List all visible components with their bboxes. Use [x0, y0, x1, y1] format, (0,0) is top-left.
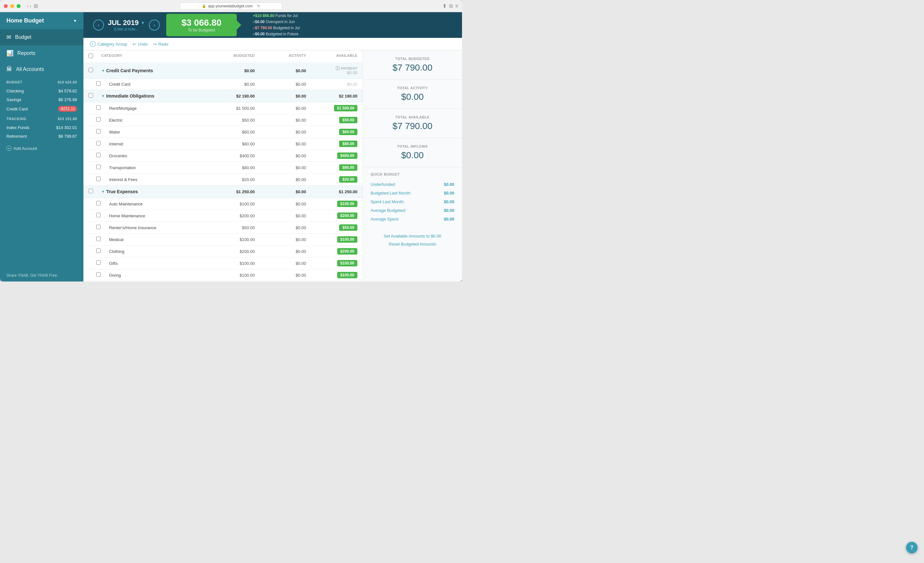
refresh-icon[interactable]: ↻: [257, 4, 260, 8]
sidebar-item-all-accounts[interactable]: 🏛 All Accounts: [0, 61, 83, 77]
cat-checkbox-water[interactable]: [96, 129, 109, 135]
url-bar[interactable]: 🔒 app.youneedabudget.com ↻: [180, 2, 282, 10]
next-month-button[interactable]: ›: [149, 20, 160, 30]
group-true-expenses[interactable]: ▼ True Expenses $1 250.00 $0.00 $1 250.0…: [83, 186, 363, 198]
cat-checkbox-medical[interactable]: [96, 237, 109, 242]
summary-overspent-jun: –$0.00 Overspent in Jun: [253, 19, 300, 25]
redo-button[interactable]: ↪ Redo: [153, 42, 168, 47]
group-immediate-obligations[interactable]: ▼ Immediate Obligations $2 190.00 $0.00 …: [83, 90, 363, 102]
account-savings[interactable]: Savings $6 276.98: [0, 95, 83, 104]
category-row-rent[interactable]: Rent/Mortgage $1 500.00 $0.00 $1 500.00: [83, 102, 363, 114]
total-activity-title: TOTAL ACTIVITY: [370, 86, 454, 90]
sidebar-header[interactable]: Home Budget ▼: [0, 12, 83, 29]
cat-checkbox-clothing[interactable]: [96, 248, 109, 254]
cat-checkbox-home-maint[interactable]: [96, 213, 109, 219]
category-row-groceries[interactable]: Groceries $400.00 $0.00 $400.00: [83, 150, 363, 162]
category-row-auto-maintenance[interactable]: Auto Maintenance $100.00 $0.00 $100.00: [83, 198, 363, 210]
close-button[interactable]: [4, 4, 8, 8]
cat-checkbox-auto[interactable]: [96, 201, 109, 207]
reset-budgeted-link[interactable]: Reset Budgeted Amounts: [389, 242, 436, 246]
cat-checkbox-electric[interactable]: [96, 117, 109, 123]
qb-budgeted-last-month[interactable]: Budgeted Last Month: $0.00: [370, 189, 454, 197]
cat-available-interest: $20.00: [339, 176, 357, 183]
sidebar-toggle-button[interactable]: ⊞: [34, 3, 38, 9]
quick-budget-title: QUICK BUDGET: [370, 173, 454, 176]
category-row-gifts[interactable]: Gifts $100.00 $0.00 $100.00: [83, 257, 363, 269]
category-row-home-maintenance[interactable]: Home Maintenance $200.00 $0.00 $200.00: [83, 210, 363, 222]
qb-average-spent[interactable]: Average Spent: $0.00: [370, 215, 454, 224]
cat-checkbox-gifts[interactable]: [96, 260, 109, 266]
cat-name-auto: Auto Maintenance: [109, 201, 203, 206]
group-checkbox-io[interactable]: [88, 93, 101, 99]
qb-budgeted-last-month-value: $0.00: [444, 191, 454, 195]
category-row-internet[interactable]: Internet $80.00 $0.00 $80.00: [83, 138, 363, 150]
account-credit-card[interactable]: Credit Card -$231.11: [0, 104, 83, 114]
summary-funds-jul: +$10 856.80 Funds for Jul: [253, 13, 300, 19]
category-row-clothing[interactable]: Clothing $200.00 $0.00 $200.00: [83, 246, 363, 257]
cat-checkbox-cc[interactable]: [96, 81, 109, 87]
sidebar-item-reports[interactable]: 📊 Reports: [0, 45, 83, 61]
minimize-button[interactable]: [10, 4, 14, 8]
sidebar-item-budget[interactable]: ✉ Budget: [0, 29, 83, 45]
category-row-transportation[interactable]: Transportation $80.00 $0.00 $80.00: [83, 162, 363, 174]
footer-text: Share YNAB. Get YNAB Free.: [6, 273, 58, 278]
cat-available-groceries: $400.00: [337, 152, 357, 159]
cat-checkbox-interest[interactable]: [96, 177, 109, 182]
cat-checkbox-rent[interactable]: [96, 105, 109, 111]
category-row-insurance[interactable]: Renter's/Home Insurance $50.00 $0.00 $50…: [83, 222, 363, 234]
account-index-funds[interactable]: Index Funds $14 302.01: [0, 123, 83, 132]
group-checkbox-te[interactable]: [88, 189, 101, 195]
forward-button[interactable]: ›: [30, 3, 32, 9]
cat-checkbox-internet[interactable]: [96, 141, 109, 147]
group-available-io: $2 190.00: [306, 94, 357, 99]
group-credit-card-payments[interactable]: ▼ Credit Card Payments $0.00 $0.00 ℹ PAY…: [83, 63, 363, 79]
category-row-electric[interactable]: Electric $50.00 $0.00 $50.00: [83, 114, 363, 126]
sidebar-footer[interactable]: Share YNAB. Get YNAB Free.: [0, 269, 83, 281]
prev-month-button[interactable]: ‹: [93, 20, 104, 30]
group-checkbox-ccp[interactable]: [88, 68, 101, 74]
category-group-button[interactable]: + Category Group: [90, 41, 128, 47]
set-available-link[interactable]: Set Available Amounts to $0.00: [384, 234, 441, 239]
group-budgeted-ccp: $0.00: [203, 68, 255, 73]
cat-checkbox-transportation[interactable]: [96, 165, 109, 170]
window-button[interactable]: ⧉: [449, 3, 453, 9]
qb-average-budgeted[interactable]: Average Budgeted: $0.00: [370, 206, 454, 215]
category-row-medical[interactable]: Medical $100.00 $0.00 $100.00: [83, 234, 363, 246]
qb-spent-last-month[interactable]: Spent Last Month: $0.00: [370, 197, 454, 206]
summary-budgeted-future: –$0.00 Budgeted in Future: [253, 31, 300, 37]
account-savings-name: Savings: [6, 97, 21, 102]
category-row-interest-fees[interactable]: Interest & Fees $20.00 $0.00 $20.00: [83, 174, 363, 186]
cat-name-clothing: Clothing: [109, 249, 203, 254]
account-checking[interactable]: Checking $4 579.82: [0, 87, 83, 95]
undo-button[interactable]: ↩ Undo: [132, 42, 148, 47]
cat-budgeted-insurance: $50.00: [203, 225, 255, 230]
group-toggle-icon-io[interactable]: ▼: [101, 94, 105, 98]
more-button[interactable]: ≡: [455, 3, 458, 9]
cat-checkbox-giving[interactable]: [96, 272, 109, 278]
month-note[interactable]: Enter a note...: [108, 27, 145, 32]
share-button[interactable]: ⬆: [442, 3, 447, 9]
group-toggle-icon-ccp[interactable]: ▼: [101, 69, 105, 72]
cat-available-medical: $100.00: [337, 236, 357, 243]
header-category: CATEGORY: [101, 54, 203, 59]
category-row-credit-card[interactable]: Credit Card $0.00 $0.00 $0.00: [83, 79, 363, 90]
group-budgeted-io: $2 190.00: [203, 94, 255, 99]
month-selector[interactable]: JUL 2019 ▼: [108, 19, 145, 27]
add-account-button[interactable]: + Add Account: [6, 146, 77, 151]
main-content: ‹ JUL 2019 ▼ Enter a note... › $3 066.80…: [83, 12, 462, 281]
back-button[interactable]: ‹: [27, 3, 28, 9]
header-checkbox[interactable]: [88, 54, 101, 59]
account-retirement[interactable]: Retirement $8 799.87: [0, 132, 83, 141]
category-row-giving[interactable]: Giving $100.00 $0.00 $100.00: [83, 269, 363, 281]
cat-available-rent: $1 500.00: [334, 105, 357, 111]
group-name-io: ▼ Immediate Obligations: [101, 93, 203, 99]
category-row-water[interactable]: Water $60.00 $0.00 $60.00: [83, 126, 363, 138]
maximize-button[interactable]: [16, 4, 21, 8]
group-toggle-icon-te[interactable]: ▼: [101, 190, 105, 194]
cat-name-electric: Electric: [109, 118, 203, 123]
qb-underfunded[interactable]: Underfunded: $0.00: [370, 180, 454, 189]
cat-checkbox-groceries[interactable]: [96, 153, 109, 159]
cat-checkbox-insurance[interactable]: [96, 225, 109, 230]
app-caret-icon: ▼: [73, 19, 77, 23]
redo-label: Redo: [159, 42, 168, 47]
